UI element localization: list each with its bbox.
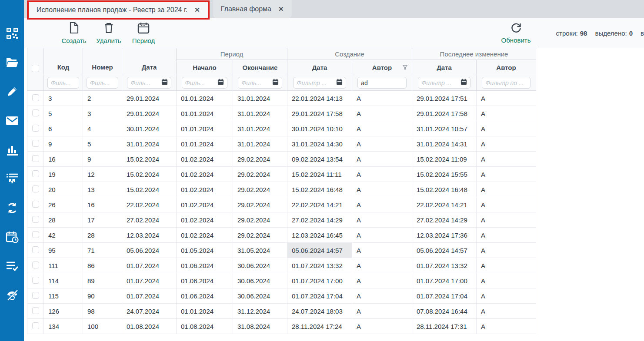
modified-author-filter-input[interactable] — [485, 79, 527, 86]
cell-number[interactable]: 90 — [83, 288, 122, 304]
table-row[interactable]: 5329.01.202401.01.202431.01.202429.01.20… — [27, 106, 536, 121]
cell-modified-date[interactable]: 27.02.2024 14:29 — [412, 212, 477, 228]
number-filter-input[interactable] — [90, 79, 115, 86]
date-filter-input[interactable] — [130, 79, 160, 86]
sidebar-item-folders[interactable] — [6, 56, 19, 69]
cell-created-author[interactable]: A — [352, 273, 412, 288]
cell-modified-date[interactable]: 01.07.2024 13:32 — [412, 258, 477, 273]
cell-date[interactable]: 29.01.2024 — [122, 91, 177, 106]
cell-created-author[interactable]: A — [352, 228, 412, 243]
cell-created-date[interactable]: 09.02.2024 13:54 — [287, 152, 352, 167]
row-checkbox[interactable] — [32, 125, 39, 132]
start-filter-input[interactable] — [185, 79, 216, 86]
column-header-start[interactable]: Начало — [177, 60, 233, 75]
sidebar-item-qr[interactable] — [6, 27, 19, 40]
cell-date[interactable]: 29.01.2024 — [122, 106, 177, 121]
cell-created-author[interactable]: A — [352, 91, 412, 106]
sidebar-item-schedule[interactable] — [6, 231, 19, 244]
cell-start[interactable]: 01.01.2024 — [177, 121, 233, 136]
modified-date-filter-input[interactable] — [421, 79, 459, 86]
row-checkbox[interactable] — [32, 201, 39, 208]
cell-number[interactable]: 5 — [83, 136, 122, 152]
cell-created-author[interactable]: A — [352, 258, 412, 273]
cell-start[interactable]: 01.08.2024 — [177, 319, 233, 334]
cell-start[interactable]: 01.02.2024 — [177, 228, 233, 243]
sidebar-item-print-queue[interactable] — [6, 172, 19, 185]
column-header-created-date[interactable]: Дата — [287, 60, 352, 75]
column-header-end[interactable]: Окончание — [233, 60, 287, 75]
cell-end[interactable]: 31.05.2024 — [233, 243, 287, 258]
cell-created-date[interactable]: 24.07.2024 18:03 — [287, 304, 352, 319]
cell-end[interactable]: 31.01.2024 — [233, 136, 287, 152]
cell-created-author[interactable]: A — [352, 106, 412, 121]
cell-number[interactable]: 28 — [83, 228, 122, 243]
row-checkbox[interactable] — [32, 170, 39, 177]
cell-code[interactable]: 26 — [44, 197, 83, 212]
cell-created-date[interactable]: 28.11.2024 17:24 — [287, 319, 352, 334]
cell-created-date[interactable]: 29.01.2024 17:58 — [287, 106, 352, 121]
cell-start[interactable]: 01.05.2024 — [177, 243, 233, 258]
sidebar-item-tasks[interactable] — [6, 260, 19, 273]
cell-code[interactable]: 95 — [44, 243, 83, 258]
cell-number[interactable]: 2 — [83, 91, 122, 106]
cell-modified-author[interactable]: A — [477, 152, 536, 167]
row-checkbox[interactable] — [32, 246, 39, 253]
cell-end[interactable]: 29.02.2024 — [233, 167, 287, 182]
row-checkbox[interactable] — [32, 292, 39, 299]
column-header-modified-author[interactable]: Автор — [477, 60, 536, 75]
cell-start[interactable]: 01.02.2024 — [177, 212, 233, 228]
create-button[interactable]: Создать — [57, 22, 91, 44]
cell-start[interactable]: 01.02.2024 — [177, 167, 233, 182]
cell-number[interactable]: 86 — [83, 258, 122, 273]
delete-button[interactable]: Удалить — [91, 22, 126, 44]
cell-end[interactable]: 29.02.2024 — [233, 197, 287, 212]
cell-start[interactable]: 01.02.2024 — [177, 182, 233, 197]
cell-end[interactable]: 31.01.2024 — [233, 106, 287, 121]
column-header-modified-date[interactable]: Дата — [412, 60, 477, 75]
table-row[interactable]: 13410001.08.202401.08.202431.08.202428.1… — [27, 319, 536, 334]
cell-created-date[interactable]: 30.01.2024 10:10 — [287, 121, 352, 136]
cell-code[interactable]: 9 — [44, 136, 83, 152]
cell-modified-author[interactable]: A — [477, 212, 536, 228]
row-checkbox[interactable] — [32, 155, 39, 162]
cell-date[interactable]: 05.06.2024 — [122, 243, 177, 258]
cell-date[interactable]: 15.02.2024 — [122, 152, 177, 167]
cell-end[interactable]: 30.06.2024 — [233, 273, 287, 288]
cell-date[interactable]: 01.07.2024 — [122, 258, 177, 273]
cell-code[interactable]: 111 — [44, 258, 83, 273]
cell-created-date[interactable]: 01.07.2024 13:32 — [287, 258, 352, 273]
cell-code[interactable]: 6 — [44, 121, 83, 136]
period-button[interactable]: Период — [126, 22, 161, 44]
cell-code[interactable]: 16 — [44, 152, 83, 167]
cell-modified-date[interactable]: 07.08.2024 16:44 — [412, 304, 477, 319]
calendar-icon[interactable] — [336, 79, 343, 87]
cell-code[interactable]: 5 — [44, 106, 83, 121]
cell-code[interactable]: 19 — [44, 167, 83, 182]
table-row[interactable]: 6430.01.202401.01.202431.01.202430.01.20… — [27, 121, 536, 136]
calendar-icon[interactable] — [161, 79, 168, 87]
cell-start[interactable]: 01.06.2024 — [177, 273, 233, 288]
cell-created-date[interactable]: 27.02.2024 14:29 — [287, 212, 352, 228]
table-row[interactable]: 1118601.07.202401.06.202430.06.202401.07… — [27, 258, 536, 273]
column-header-date[interactable]: Дата — [122, 60, 177, 75]
cell-code[interactable]: 134 — [44, 319, 83, 334]
cell-date[interactable]: 01.07.2024 — [122, 288, 177, 304]
cell-date[interactable]: 15.02.2024 — [122, 167, 177, 182]
cell-code[interactable]: 115 — [44, 288, 83, 304]
created-author-filter-input[interactable] — [361, 79, 403, 86]
cell-start[interactable]: 01.01.2024 — [177, 91, 233, 106]
table-row[interactable]: 422812.03.202401.02.202429.02.202412.03.… — [27, 228, 536, 243]
select-all-checkbox[interactable] — [32, 65, 39, 72]
cell-end[interactable]: 29.02.2024 — [233, 212, 287, 228]
cell-number[interactable]: 17 — [83, 212, 122, 228]
cell-modified-author[interactable]: A — [477, 258, 536, 273]
cell-created-date[interactable]: 31.01.2024 14:30 — [287, 136, 352, 152]
cell-modified-author[interactable]: A — [477, 197, 536, 212]
cell-start[interactable]: 01.06.2024 — [177, 288, 233, 304]
table-row[interactable]: 281727.02.202401.02.202429.02.202427.02.… — [27, 212, 536, 228]
cell-created-author[interactable]: A — [352, 212, 412, 228]
cell-modified-date[interactable]: 28.11.2024 17:31 — [412, 319, 477, 334]
column-header-code[interactable]: Код — [44, 60, 83, 75]
row-checkbox[interactable] — [32, 307, 39, 314]
cell-modified-author[interactable]: A — [477, 319, 536, 334]
